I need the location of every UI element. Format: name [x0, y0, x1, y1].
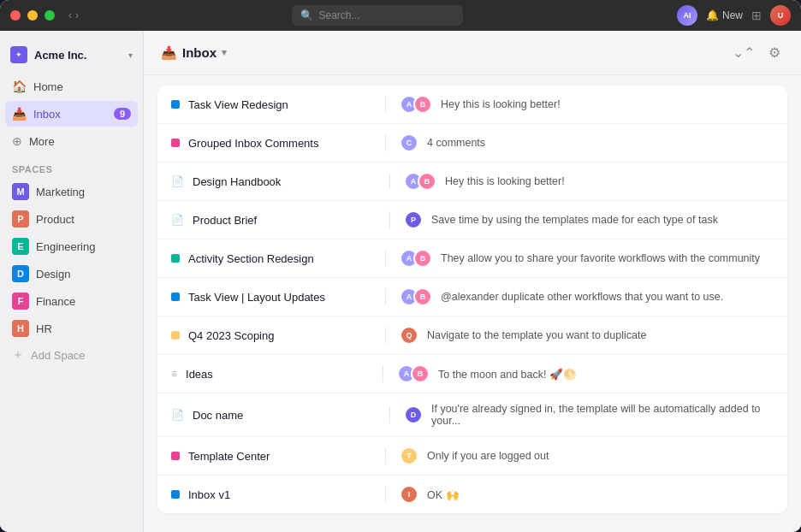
avatar: B	[411, 364, 430, 383]
chevron-down-icon: ▾	[128, 50, 133, 60]
row-comment: Hey this is looking better!	[441, 98, 774, 110]
row-avatars: C	[400, 133, 418, 152]
sidebar-item-engineering[interactable]: E Engineering	[5, 233, 138, 260]
inbox-title-icon: 📥	[161, 45, 177, 61]
row-indicator	[171, 452, 180, 460]
row-divider	[385, 250, 386, 267]
settings-button[interactable]: ⚙	[765, 41, 784, 64]
table-row[interactable]: Task View | Layout Updates AB @alexander…	[157, 278, 787, 316]
table-row[interactable]: Activity Section Redesign AB They allow …	[157, 239, 787, 278]
home-icon: 🏠	[12, 80, 27, 93]
search-icon: 🔍	[300, 9, 313, 21]
row-divider	[385, 327, 386, 344]
row-right: Q Navigate to the template you want to d…	[400, 326, 774, 345]
sidebar-item-product[interactable]: P Product	[5, 205, 138, 233]
avatar: P	[404, 210, 423, 229]
row-right: T Only if you are logged out	[400, 446, 774, 465]
row-avatars: Q	[400, 326, 418, 345]
sidebar-nav: 🏠 Home 📥 Inbox 9 ⊕ More	[0, 74, 143, 154]
row-comment: @alexander duplicate other workflows tha…	[441, 291, 774, 303]
row-divider	[389, 173, 390, 190]
table-row[interactable]: 📄 Design Handbook AB Hey this is looking…	[157, 163, 787, 201]
sidebar-item-inbox[interactable]: 📥 Inbox 9	[5, 101, 138, 127]
workspace-selector[interactable]: ✦ Acme Inc. ▾	[0, 41, 143, 74]
inbox-list: Task View Redesign AB Hey this is lookin…	[144, 75, 801, 532]
row-title: Task View | Layout Updates	[188, 291, 385, 304]
table-row[interactable]: Task View Redesign AB Hey this is lookin…	[157, 86, 787, 124]
table-row[interactable]: Template Center T Only if you are logged…	[157, 437, 787, 476]
avatar: Q	[400, 326, 418, 345]
sidebar-item-home[interactable]: 🏠 Home	[5, 74, 138, 99]
sidebar-item-label: Inbox	[33, 108, 61, 121]
table-row[interactable]: 📄 Product Brief P Save time by using the…	[157, 201, 787, 239]
sort-button[interactable]: ⌄⌃	[729, 41, 758, 64]
back-icon[interactable]: ‹	[68, 9, 72, 21]
app-window: ‹ › 🔍 Search... AI 🔔 New ⊞ U ✦ Acme Inc.	[0, 0, 801, 532]
inbox-card: Task View Redesign AB Hey this is lookin…	[157, 86, 787, 513]
row-title: Activity Section Redesign	[188, 252, 385, 265]
content-header: 📥 Inbox ▾ ⌄⌃ ⚙	[144, 31, 801, 75]
row-comment: Only if you are logged out	[427, 450, 774, 462]
ai-button[interactable]: AI	[677, 5, 697, 26]
row-comment: They allow you to share your favorite wo…	[441, 252, 774, 264]
row-title: Ideas	[186, 368, 383, 381]
search-area: 🔍 Search...	[86, 5, 670, 26]
add-space-button[interactable]: ＋ Add Space	[0, 342, 143, 368]
inbox-title-chevron: ▾	[222, 47, 227, 58]
titlebar: ‹ › 🔍 Search... AI 🔔 New ⊞ U	[0, 0, 801, 31]
row-comment: OK 🙌	[427, 488, 774, 501]
row-divider	[385, 134, 386, 151]
row-title: Inbox v1	[188, 488, 385, 501]
table-row[interactable]: ≡ Ideas AB To the moon and back! 🚀🌕	[157, 355, 787, 393]
row-avatars: AB	[400, 287, 432, 306]
row-indicator	[171, 254, 180, 263]
avatar: I	[400, 485, 418, 504]
sidebar-item-more[interactable]: ⊕ More	[5, 128, 138, 154]
table-row[interactable]: 📄 Doc name D If you're already signed in…	[157, 393, 787, 437]
new-button[interactable]: 🔔 New	[706, 9, 743, 21]
maximize-button[interactable]	[44, 10, 55, 21]
nav-back-forward[interactable]: ‹ ›	[68, 9, 79, 21]
row-right: D If you're already signed in, the templ…	[404, 403, 774, 427]
row-avatars: AB	[400, 95, 432, 114]
space-label-design: Design	[36, 268, 70, 281]
grid-icon[interactable]: ⊞	[751, 9, 762, 22]
new-icon: 🔔	[706, 9, 719, 21]
minimize-button[interactable]	[27, 10, 38, 21]
avatar: B	[413, 95, 432, 114]
row-divider	[385, 288, 386, 305]
plus-icon: ＋	[12, 347, 24, 363]
sidebar-item-hr[interactable]: H HR	[5, 315, 138, 342]
user-avatar[interactable]: U	[770, 5, 791, 26]
table-row[interactable]: Q4 2023 Scoping Q Navigate to the templa…	[157, 316, 787, 355]
row-doc-icon: 📄	[171, 409, 184, 421]
avatar: B	[413, 249, 432, 268]
sidebar-item-marketing[interactable]: M Marketing	[5, 178, 138, 205]
space-label-hr: HR	[36, 322, 52, 335]
row-divider	[383, 365, 383, 382]
spaces-list: M Marketing P Product E Engineering D De…	[0, 178, 143, 342]
search-placeholder: Search...	[318, 9, 359, 21]
search-bar[interactable]: 🔍 Search...	[292, 5, 463, 26]
row-right: AB To the moon and back! 🚀🌕	[397, 364, 774, 383]
row-avatars: AB	[400, 249, 432, 268]
header-actions: ⌄⌃ ⚙	[729, 41, 784, 64]
table-row[interactable]: Inbox v1 I OK 🙌	[157, 476, 787, 513]
space-label-marketing: Marketing	[36, 186, 85, 198]
forward-icon[interactable]: ›	[75, 9, 79, 21]
sidebar-item-design[interactable]: D Design	[5, 260, 138, 287]
close-button[interactable]	[10, 10, 21, 21]
table-row[interactable]: Grouped Inbox Comments C 4 comments	[157, 124, 787, 163]
avatar: B	[413, 287, 432, 306]
row-divider	[385, 96, 386, 113]
spaces-section-label: Spaces	[0, 154, 143, 178]
row-right: I OK 🙌	[400, 485, 774, 504]
row-right: AB Hey this is looking better!	[400, 95, 774, 114]
row-divider	[389, 406, 390, 423]
row-avatars: D	[404, 405, 423, 424]
space-dot-product: P	[12, 210, 29, 228]
row-comment: To the moon and back! 🚀🌕	[438, 368, 774, 381]
sidebar-item-finance[interactable]: F Finance	[5, 287, 138, 315]
inbox-title-area: 📥 Inbox ▾	[161, 45, 227, 61]
space-dot-finance: F	[12, 293, 29, 310]
